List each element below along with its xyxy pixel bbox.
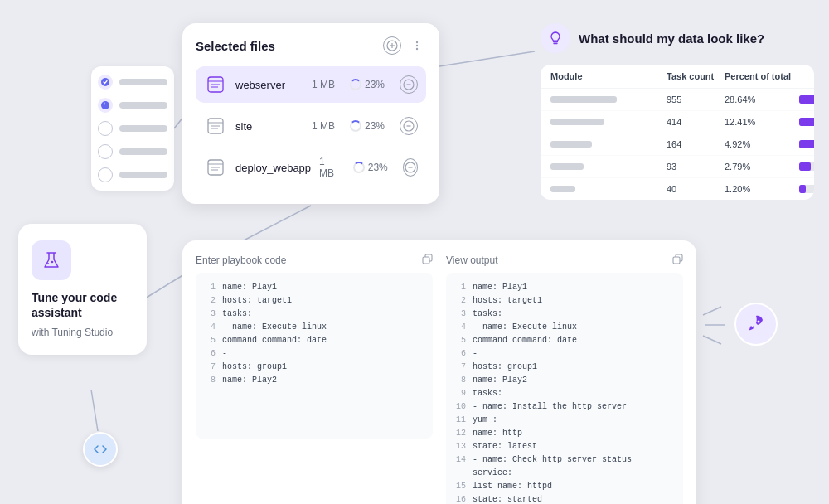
sidebar-row-3: [98, 121, 167, 136]
svg-point-38: [51, 261, 54, 264]
svg-line-6: [703, 307, 721, 315]
data-row-4: 93 2.79%: [541, 156, 814, 178]
left-panel-title: Tune your code assistant: [32, 290, 133, 320]
svg-point-17: [416, 48, 418, 50]
sidebar-icon-ring-2: [98, 144, 113, 159]
sidebar-bar-4: [119, 148, 167, 155]
data-cell-pct-1: 28.64%: [725, 94, 799, 104]
svg-point-15: [416, 41, 418, 43]
data-cell-count-1: 955: [667, 94, 725, 104]
file-row-site[interactable]: site 1 MB 23%: [196, 108, 426, 144]
data-cell-count-3: 164: [667, 139, 725, 149]
svg-line-4: [91, 390, 98, 431]
view-output-title: View output: [446, 254, 683, 266]
files-card-title: Selected files: [196, 39, 275, 53]
enter-code-section: Enter playbook code 1name: Play1 2hosts:…: [196, 254, 433, 504]
flask-icon: [32, 240, 71, 280]
sidebar-row-2: [98, 98, 167, 113]
col-module: Module: [550, 71, 667, 81]
sidebar-row-1: [98, 75, 167, 90]
data-bar-3: [799, 140, 814, 148]
data-cell-name-5: [550, 186, 667, 192]
sidebar-row-4: [98, 144, 167, 159]
svg-rect-42: [673, 257, 680, 264]
data-cell-name-1: [550, 96, 667, 103]
file-percent-3: 23%: [353, 162, 388, 173]
bottom-code-circle: [83, 432, 118, 467]
copy-output-icon[interactable]: [672, 254, 683, 266]
file-row-deploy[interactable]: deploy_webapp 1 MB 23%: [196, 149, 426, 186]
data-cell-pct-4: 2.79%: [725, 162, 799, 172]
data-table: Module Task count Percent of total 955 2…: [541, 65, 814, 200]
sidebar-icon-ring-3: [98, 167, 113, 182]
data-bar-1: [799, 95, 814, 104]
sidebar-icon-ring-1: [98, 121, 113, 136]
data-bar-5: [799, 185, 814, 193]
view-output-section: View output 1name: Play1 2hosts: target1…: [446, 254, 683, 504]
data-cell-count-5: 40: [667, 184, 725, 194]
sidebar-bar-2: [119, 102, 167, 109]
file-name-1: webserver: [235, 79, 303, 91]
data-panel: What should my data look like? Module Ta…: [541, 23, 814, 200]
enter-code-content[interactable]: 1name: Play1 2hosts: target1 3tasks: 4 -…: [196, 273, 433, 439]
data-cell-name-4: [550, 163, 667, 170]
data-row-3: 164 4.92%: [541, 133, 814, 156]
lightbulb-icon: [541, 23, 570, 53]
data-row-1: 955 28.64%: [541, 89, 814, 111]
left-panel-subtitle: with Tuning Studio: [32, 327, 133, 338]
file-icon-2: [204, 114, 227, 138]
remove-file-1-icon[interactable]: [400, 75, 418, 94]
view-output-content: 1name: Play1 2hosts: target1 3tasks: 4 -…: [446, 273, 683, 504]
sidebar-icon-half: [98, 98, 113, 113]
enter-code-title: Enter playbook code: [196, 254, 433, 266]
data-table-header: Module Task count Percent of total: [541, 65, 814, 89]
remove-file-2-icon[interactable]: [400, 117, 418, 135]
files-card-actions: [383, 36, 426, 55]
svg-rect-41: [423, 257, 429, 264]
svg-line-7: [703, 336, 721, 344]
rocket-circle: [734, 303, 778, 346]
data-cell-count-2: 414: [667, 117, 725, 127]
svg-point-16: [416, 45, 418, 46]
sidebar-bar-3: [119, 125, 167, 132]
data-cell-count-4: 93: [667, 162, 725, 172]
file-size-1: 1 MB: [312, 79, 335, 90]
code-panel: Enter playbook code 1name: Play1 2hosts:…: [182, 240, 696, 504]
sidebar-bar-1: [119, 79, 167, 85]
svg-point-43: [758, 321, 760, 323]
sidebar-row-5: [98, 167, 167, 182]
file-name-2: site: [235, 120, 303, 133]
file-percent-2: 23%: [350, 120, 385, 132]
data-bar-4: [799, 162, 814, 171]
file-icon-3: [204, 156, 227, 179]
file-icon-1: [204, 73, 227, 96]
col-percent: Percent of total: [725, 71, 799, 81]
mini-sidebar: [91, 66, 174, 191]
files-card-header: Selected files: [196, 36, 426, 55]
copy-code-icon[interactable]: [422, 254, 433, 266]
file-name-3: deploy_webapp: [235, 162, 311, 174]
sidebar-bar-5: [119, 172, 167, 178]
data-panel-header: What should my data look like?: [541, 23, 814, 53]
file-size-2: 1 MB: [312, 120, 335, 132]
file-size-3: 1 MB: [319, 156, 338, 179]
svg-point-37: [47, 263, 49, 264]
code-panel-sections: Enter playbook code 1name: Play1 2hosts:…: [196, 254, 683, 504]
data-bar-2: [799, 118, 814, 126]
add-file-icon[interactable]: [383, 36, 401, 55]
data-row-5: 40 1.20%: [541, 178, 814, 200]
data-cell-name-3: [550, 141, 667, 148]
data-panel-title: What should my data look like?: [579, 32, 764, 46]
more-options-icon[interactable]: [408, 36, 426, 55]
file-percent-1: 23%: [350, 79, 385, 90]
data-cell-pct-5: 1.20%: [725, 184, 799, 194]
sidebar-icon-check: [98, 75, 113, 90]
files-card: Selected files webserver 1 MB 23%: [182, 23, 439, 204]
data-cell-pct-3: 4.92%: [725, 139, 799, 149]
col-taskcount: Task count: [667, 71, 725, 81]
data-cell-name-2: [550, 119, 667, 125]
file-row-webserver[interactable]: webserver 1 MB 23%: [196, 66, 426, 103]
col-bar: [799, 71, 814, 81]
remove-file-3-icon[interactable]: [403, 158, 418, 177]
data-cell-pct-2: 12.41%: [725, 117, 799, 127]
